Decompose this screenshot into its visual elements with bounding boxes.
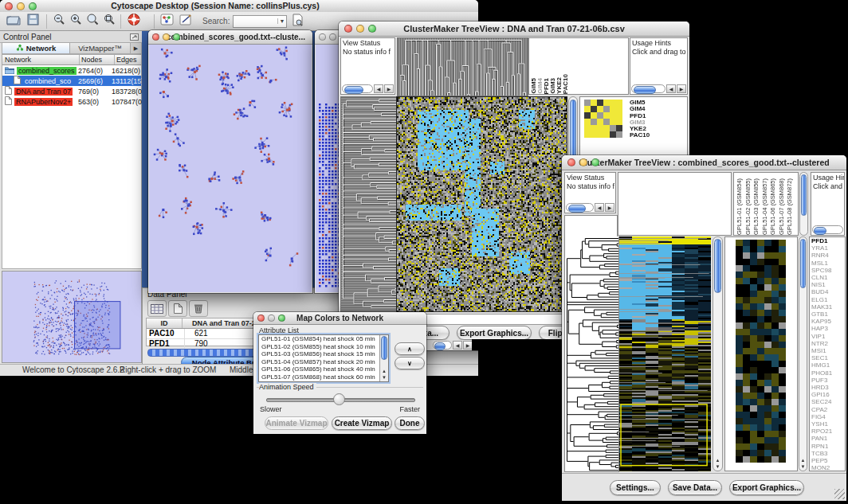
table-mode-button[interactable] (147, 300, 167, 317)
gene-label[interactable]: PFD1 (811, 237, 845, 244)
gene-label[interactable]: HMG1 (811, 361, 845, 369)
gene-label[interactable]: MAK31 (811, 303, 845, 311)
scrollbar-thumb[interactable] (714, 239, 721, 293)
scroll-down-icon[interactable]: ▼ (382, 375, 387, 380)
scroll-left-icon[interactable]: ◀ (666, 84, 676, 93)
gpl-column-label[interactable]: GPL51-01 (GSM854) (736, 178, 744, 235)
gene-label[interactable]: MSL1 (811, 260, 845, 267)
network-view-icon[interactable] (160, 14, 175, 29)
gene-label[interactable]: RPN1 (811, 443, 845, 450)
gene-label[interactable]: GTB1 (811, 311, 845, 318)
scroll-arrows[interactable]: ▲▼ (713, 457, 722, 470)
main-title-bar[interactable]: Cytoscape Desktop (Session Name: collins… (0, 0, 478, 13)
minimize-button[interactable] (579, 158, 587, 166)
scrollbar-track[interactable] (566, 203, 594, 212)
treeview2-title-bar[interactable]: ClusterMaker TreeView : combined_scores_… (562, 155, 846, 170)
gpl-column-label[interactable]: GPL51-04 (GSM857) (761, 178, 770, 235)
resize-grip[interactable] (834, 489, 845, 499)
gene-label[interactable]: HAP3 (811, 325, 845, 332)
scrollbar-thumb[interactable] (634, 86, 656, 94)
column-label[interactable]: PAC10 (563, 74, 569, 94)
similarity-matrix-canvas[interactable] (584, 100, 622, 138)
gene-list-vscrollbar[interactable]: ▲▼ (799, 236, 807, 471)
annotation-icon[interactable] (179, 14, 193, 29)
scroll-arrows[interactable]: ▲▼ (380, 368, 388, 381)
network-row-rnapuber[interactable]: RNAPuberNov2+ 563(0) 107847(0) (2, 96, 141, 107)
close-button[interactable] (5, 2, 13, 10)
minimize-button[interactable] (329, 33, 336, 41)
scrollbar-track[interactable] (433, 341, 452, 350)
move-down-button[interactable]: ∨ (395, 357, 425, 369)
gene-label[interactable]: YSH1 (811, 420, 845, 428)
scroll-down-icon[interactable]: ▼ (801, 464, 806, 469)
scrollbar-track[interactable] (342, 84, 373, 93)
scroll-arrows[interactable]: ▲▼ (799, 457, 807, 470)
attribute-item[interactable]: GPL51-01 (GSM854) heat shock 05 min (259, 335, 388, 343)
scroll-left-icon[interactable]: ◀ (453, 341, 462, 350)
gene-label[interactable]: TCB3 (811, 450, 845, 457)
treeview1-title-bar[interactable]: ClusterMaker TreeView : DNA and Tran 07-… (339, 21, 689, 37)
gene-label[interactable]: CLN1 (811, 274, 845, 281)
zoom-out-icon[interactable] (53, 14, 66, 29)
new-attribute-button[interactable] (168, 300, 187, 317)
gene-label[interactable]: ELG1 (811, 296, 845, 303)
scroll-right-icon[interactable]: ▶ (677, 84, 686, 93)
attribute-item[interactable]: GPL51-04 (GSM857) heat shock 20 min (259, 358, 388, 366)
gene-label[interactable]: GPI16 (811, 391, 845, 398)
zoom-heatmap-canvas[interactable] (736, 240, 788, 463)
move-up-button[interactable]: ∧ (395, 342, 425, 355)
close-button[interactable] (319, 33, 326, 41)
global-heatmap-canvas[interactable] (396, 96, 567, 312)
settings-button[interactable]: Settings... (610, 480, 661, 495)
open-session-icon[interactable] (6, 14, 21, 29)
gpl-column-label[interactable]: GPL51-02 (GSM855) (744, 178, 753, 235)
gene-label[interactable]: HRD3 (811, 384, 845, 391)
zoom-button[interactable] (173, 33, 180, 41)
listbox-vscrollbar[interactable]: ▲▼ (379, 335, 388, 381)
scrollbar-track[interactable] (812, 225, 843, 234)
scrollbar-thumb[interactable] (344, 86, 363, 94)
gpl-column-label[interactable]: GPL51-08 (GSM872) (786, 178, 795, 235)
scroll-down-icon[interactable]: ▼ (716, 464, 720, 469)
zoom-fit-icon[interactable] (103, 14, 116, 29)
gene-label[interactable]: VIP1 (811, 333, 845, 340)
scrollbar-thumb[interactable] (801, 174, 807, 216)
gene-label[interactable]: YRA1 (811, 244, 845, 252)
gene-label[interactable]: KAP95 (811, 318, 845, 325)
gene-label[interactable]: MON2 (811, 464, 845, 471)
birdseye-panel[interactable] (2, 271, 142, 363)
tab-vizmapper[interactable]: VizMapper™ (70, 43, 131, 53)
gene-label[interactable]: SEC24 (811, 398, 845, 405)
save-session-icon[interactable] (27, 14, 40, 29)
bottom-mini-scrollbar[interactable]: ◀ ▶ (433, 341, 473, 350)
usage-hints-hscrollbar[interactable]: ◀ ▶ (631, 84, 686, 93)
scrollbar-thumb[interactable] (568, 205, 586, 213)
gene-label[interactable]: BUD4 (811, 288, 845, 295)
minimize-button[interactable] (268, 315, 275, 322)
gpl-column-label[interactable]: GPL51-06 (GSM865) (769, 178, 778, 235)
zoom-button[interactable] (29, 2, 37, 10)
gene-label[interactable]: RNR4 (811, 252, 845, 259)
scrollbar-thumb[interactable] (434, 342, 446, 350)
network-row-dna-tran[interactable]: DNA and Tran 07 769(0) 183728(0) (2, 86, 141, 96)
gene-label[interactable]: SPC98 (811, 267, 845, 274)
attribute-item[interactable]: GPL51-03 (GSM856) heat shock 15 min (259, 350, 388, 358)
scroll-right-icon[interactable]: ▶ (605, 203, 614, 212)
tab-overflow-icon[interactable]: ▶ (131, 43, 141, 53)
zoom-button[interactable] (591, 158, 599, 166)
export-graphics-button[interactable]: Export Graphics... (729, 480, 804, 495)
scroll-up-icon[interactable]: ▲ (801, 458, 806, 463)
gene-label[interactable]: CPA2 (811, 406, 845, 413)
attribute-item[interactable]: GPL51-07 (GSM868) heat shock 60 min (259, 373, 388, 381)
scroll-up-icon[interactable]: ▲ (716, 458, 720, 463)
usage-hints-hscrollbar[interactable] (812, 225, 843, 234)
dialog-title-bar[interactable]: Map Colors to Network (253, 312, 426, 325)
create-vizmap-button[interactable]: Create Vizmap (332, 416, 392, 430)
gpl-labels-vscrollbar[interactable] (799, 172, 808, 236)
network-row-combined-scores[interactable]: combined_scores 2764(0) 16218(0) (2, 65, 141, 76)
done-button[interactable]: Done (395, 416, 425, 430)
row-dendrogram-canvas[interactable] (564, 236, 619, 472)
attribute-item[interactable]: GPL51-02 (GSM855) heat shock 10 min (259, 343, 388, 351)
scrollbar-thumb[interactable] (814, 227, 826, 235)
export-graphics-button[interactable]: Export Graphics... (457, 326, 532, 340)
